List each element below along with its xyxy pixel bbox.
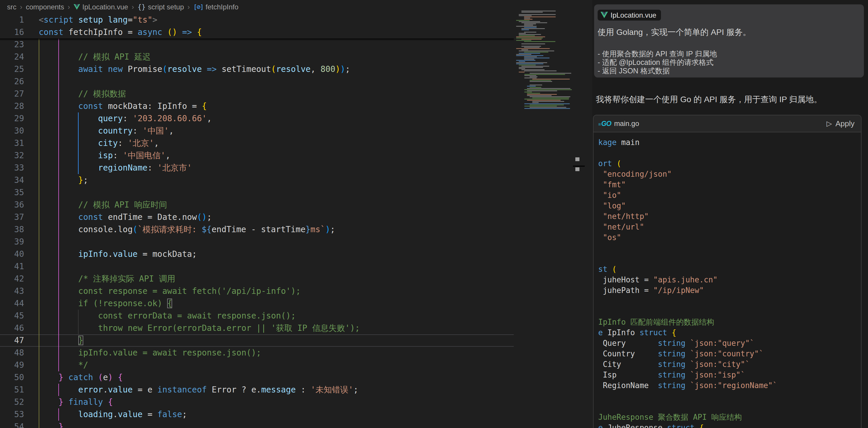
code-line-53[interactable]: 53 loading.value = false; (0, 408, 514, 421)
bullet-item: - 适配 @IpLocation 组件的请求格式 (598, 58, 859, 67)
line-content: } (39, 421, 63, 428)
line-number: 34 (0, 174, 39, 187)
code-line-50[interactable]: 50 } catch (e) { (0, 371, 514, 384)
minimap-row (515, 59, 574, 60)
code-line-37[interactable]: 37 const endTime = Date.now(); (0, 211, 514, 223)
minimap-row (515, 51, 574, 51)
breadcrumb-item-iplocation-vue[interactable]: IpLocation.vue (73, 3, 128, 11)
code-line-36[interactable]: 36 // 模拟 API 响应时间 (0, 199, 514, 211)
code-line-27[interactable]: 27 // 模拟数据 (0, 88, 514, 100)
go-code-line-24: RegionName string `json:"regionName"` (598, 380, 861, 391)
sash-handle-bottom[interactable] (575, 167, 580, 171)
code-line-52[interactable]: 52 } finally { (0, 396, 514, 408)
breadcrumb-item-src[interactable]: src (7, 3, 17, 11)
minimap-row (515, 79, 574, 80)
code-line-25[interactable]: 25 await new Promise(resolve => setTimeo… (0, 63, 514, 76)
breadcrumb-item-components[interactable]: components (26, 3, 64, 11)
go-code-line-8: "net/http" (598, 211, 861, 222)
minimap-row (515, 62, 574, 63)
minimap-row (515, 88, 574, 89)
minimap-row (515, 73, 574, 74)
golang-icon: ≡GO (598, 120, 611, 128)
minimap-row (515, 92, 574, 92)
sticky-line-16[interactable]: 16const fetchIpInfo = async () => { (0, 26, 514, 38)
code-line-43[interactable]: 43 const response = await fetch('/api/ip… (0, 285, 514, 297)
minimap-row (515, 89, 574, 90)
file-reference-chip[interactable]: IpLocation.vue (598, 10, 661, 21)
line-content: throw new Error(errorData.error || '获取 I… (39, 322, 360, 334)
minimap-row (515, 46, 574, 47)
minimap-row (515, 35, 574, 36)
minimap-row (515, 32, 574, 33)
code-line-32[interactable]: 32 isp: '中国电信', (0, 149, 514, 162)
line-content: country: '中国', (39, 125, 174, 137)
code-block-filename: main.go (614, 119, 639, 128)
line-number: 38 (0, 223, 39, 236)
code-line-35[interactable]: 35 (0, 187, 514, 199)
breadcrumb-item-script-setup[interactable]: {}script setup (137, 3, 184, 11)
line-number: 41 (0, 260, 39, 273)
line-content: } finally { (39, 396, 113, 408)
sash-handle-top[interactable] (575, 158, 580, 161)
breadcrumb-label: IpLocation.vue (83, 3, 128, 11)
minimap-row (515, 78, 574, 78)
code-line-47[interactable]: 47 } (0, 334, 514, 347)
minimap-row (515, 70, 574, 72)
code-line-41[interactable]: 41 (0, 260, 514, 273)
go-code-line-27: JuheResponse 聚合数据 API 响应结构 (598, 412, 861, 422)
line-number: 37 (0, 211, 39, 223)
minimap-row (515, 63, 574, 64)
code-line-44[interactable]: 44 if (!response.ok) { (0, 297, 514, 310)
code-line-34[interactable]: 34 }; (0, 174, 514, 187)
go-code-line-3: ort ( (598, 158, 861, 169)
sticky-line-1[interactable]: 1<script setup lang="ts"> (0, 14, 514, 26)
sash-divider (573, 166, 585, 167)
minimap-row (515, 98, 574, 99)
minimap-row (515, 40, 574, 41)
minimap-row (515, 87, 574, 88)
minimap-row (515, 74, 574, 75)
breadcrumb-separator: › (20, 3, 22, 11)
go-code-line-22: City string `json:"city"` (598, 359, 861, 370)
code-line-24[interactable]: 24 // 模拟 API 延迟 (0, 51, 514, 63)
minimap-row (515, 60, 574, 61)
code-line-45[interactable]: 45 const errorData = await response.json… (0, 310, 514, 322)
minimap-row (515, 54, 574, 55)
line-content: const mockData: IpInfo = { (39, 100, 207, 112)
minimap-row (515, 101, 574, 102)
line-content: } (39, 334, 83, 347)
code-line-33[interactable]: 33 regionName: '北京市' (0, 162, 514, 174)
line-number: 25 (0, 63, 39, 76)
code-line-40[interactable]: 40 ipInfo.value = mockData; (0, 248, 514, 260)
minimap-row (515, 106, 574, 107)
code-line-31[interactable]: 31 city: '北京', (0, 137, 514, 149)
code-line-38[interactable]: 38 console.log(`模拟请求耗时: ${endTime - star… (0, 223, 514, 236)
code-line-46[interactable]: 46 throw new Error(errorData.error || '获… (0, 322, 514, 334)
go-code-line-18: IpInfo 匹配前端组件的数据结构 (598, 317, 861, 327)
code-line-29[interactable]: 29 query: '203.208.60.66', (0, 112, 514, 125)
minimap-row (515, 44, 574, 44)
minimap-row (515, 24, 574, 24)
line-content: /* 注释掉实际 API 调用 (39, 273, 175, 285)
code-line-49[interactable]: 49 */ (0, 359, 514, 371)
code-line-42[interactable]: 42 /* 注释掉实际 API 调用 (0, 273, 514, 285)
go-code-line-13: st ( (598, 264, 861, 275)
code-block-content: kage mainort ( "encoding/json" "fmt" "io… (593, 133, 861, 428)
vue-icon (600, 12, 608, 19)
breadcrumb-separator: › (68, 3, 70, 11)
breadcrumb-item-fetchipinfo[interactable]: [⊘]fetchIpInfo (193, 3, 239, 11)
code-line-30[interactable]: 30 country: '中国', (0, 125, 514, 137)
breadcrumb-separator: › (132, 3, 134, 11)
code-line-51[interactable]: 51 error.value = e instanceof Error ? e.… (0, 384, 514, 396)
code-line-54[interactable]: 54 } (0, 421, 514, 428)
editor-panel-sash[interactable] (573, 0, 585, 428)
code-line-39[interactable]: 39 (0, 236, 514, 248)
minimap-row (515, 41, 574, 42)
line-content: ipInfo.value = await response.json(); (39, 347, 261, 359)
breadcrumb-label: src (7, 3, 17, 11)
code-line-48[interactable]: 48 ipInfo.value = await response.json(); (0, 347, 514, 359)
code-line-26[interactable]: 26 (0, 76, 514, 88)
minimap[interactable] (515, 10, 574, 110)
apply-button[interactable]: ▷ Apply (826, 119, 855, 128)
code-line-28[interactable]: 28 const mockData: IpInfo = { (0, 100, 514, 112)
